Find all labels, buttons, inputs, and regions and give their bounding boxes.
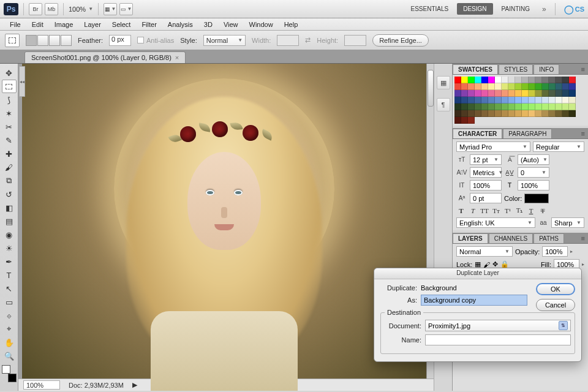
tool-lasso[interactable]: ⟆ <box>2 93 17 107</box>
tool-blur[interactable]: ◉ <box>2 228 17 241</box>
swatch[interactable] <box>569 77 576 83</box>
style-strike[interactable]: T <box>538 206 548 215</box>
character-menu-icon[interactable]: ≡ <box>578 129 588 138</box>
baseline-input[interactable]: 0 pt <box>470 193 502 203</box>
tool-stamp[interactable]: ⧉ <box>2 174 17 187</box>
swatch[interactable] <box>515 97 522 104</box>
swatch[interactable] <box>562 104 569 110</box>
swatch[interactable] <box>562 83 569 90</box>
document-select[interactable]: Proximity1.jpg ⇅ <box>425 320 571 331</box>
as-input[interactable]: Background copy <box>421 295 527 306</box>
swatch[interactable] <box>542 104 549 110</box>
swatch[interactable] <box>542 110 549 117</box>
menu-filter[interactable]: Filter <box>137 20 161 29</box>
swatches-menu-icon[interactable]: ≡ <box>578 64 588 74</box>
menu-3d[interactable]: 3D <box>199 20 217 29</box>
selmode-add[interactable] <box>37 35 48 46</box>
font-size-input[interactable]: 12 pt▼ <box>470 154 502 165</box>
tab-character[interactable]: CHARACTER <box>453 129 502 138</box>
tool-history-brush[interactable]: ↺ <box>2 187 17 201</box>
swatch[interactable] <box>569 104 576 110</box>
swatch[interactable] <box>454 90 461 97</box>
foreground-color[interactable] <box>2 365 10 374</box>
workspace-essentials[interactable]: ESSENTIALS <box>405 3 455 15</box>
swatch[interactable] <box>556 77 562 83</box>
language-select[interactable]: English: UK▼ <box>456 217 535 228</box>
swatch[interactable] <box>569 83 576 90</box>
menu-window[interactable]: Window <box>244 20 278 29</box>
swatch[interactable] <box>529 90 535 97</box>
swatch[interactable] <box>535 83 542 90</box>
tool-dodge[interactable]: ☀ <box>2 241 17 255</box>
swatch[interactable] <box>556 83 562 90</box>
menu-image[interactable]: Image <box>50 20 78 29</box>
tab-channels[interactable]: CHANNELS <box>489 233 533 243</box>
tool-crop[interactable]: ✂ <box>2 120 17 134</box>
swatch[interactable] <box>475 77 481 83</box>
swatch[interactable] <box>569 90 576 97</box>
swatch[interactable] <box>515 90 522 97</box>
swatch[interactable] <box>468 110 475 117</box>
tracking-input[interactable]: 0▼ <box>518 167 549 178</box>
swatch[interactable] <box>502 104 508 110</box>
tool-preset-button[interactable] <box>5 34 20 47</box>
swatch[interactable] <box>461 110 468 117</box>
swatch[interactable] <box>481 104 488 110</box>
style-super[interactable]: T¹ <box>503 206 513 215</box>
swatch[interactable] <box>556 104 562 110</box>
menu-edit[interactable]: Edit <box>27 20 48 29</box>
cancel-button[interactable]: Cancel <box>536 299 575 311</box>
swatch[interactable] <box>461 117 468 124</box>
lock-pixels-icon[interactable]: 🖌 <box>483 261 490 268</box>
tab-styles[interactable]: STYLES <box>499 64 533 74</box>
swatch[interactable] <box>556 90 562 97</box>
tool-brush[interactable]: 🖌 <box>2 160 17 174</box>
swatch[interactable] <box>522 77 529 83</box>
antialias-select[interactable]: Sharp▼ <box>551 217 584 228</box>
swatch[interactable] <box>475 104 481 110</box>
tool-gradient[interactable]: ▤ <box>2 214 17 228</box>
swatch[interactable] <box>468 104 475 110</box>
swatch[interactable] <box>475 83 481 90</box>
swatch[interactable] <box>495 97 502 104</box>
tab-swatches[interactable]: SWATCHES <box>453 64 498 74</box>
swatch[interactable] <box>562 97 569 104</box>
swatch[interactable] <box>481 110 488 117</box>
swatch[interactable] <box>502 110 508 117</box>
swatch[interactable] <box>515 83 522 90</box>
layers-menu-icon[interactable]: ≡ <box>578 233 588 243</box>
swatch[interactable] <box>522 90 529 97</box>
style-italic[interactable]: T <box>468 206 478 215</box>
tool-eraser[interactable]: ◧ <box>2 201 17 214</box>
tab-layers[interactable]: LAYERS <box>453 233 488 243</box>
swatch[interactable] <box>522 104 529 110</box>
leading-input[interactable]: (Auto)▼ <box>518 154 549 165</box>
style-select[interactable]: Normal▼ <box>203 35 246 46</box>
status-zoom-input[interactable]: 100% <box>23 380 60 390</box>
swatch[interactable] <box>542 97 549 104</box>
swatches-grid[interactable] <box>453 75 588 126</box>
document-canvas[interactable] <box>22 64 426 379</box>
swatch[interactable] <box>569 110 576 117</box>
menu-analysis[interactable]: Analysis <box>163 20 198 29</box>
style-underline[interactable]: T <box>526 206 536 215</box>
tool-type[interactable]: T <box>2 268 17 282</box>
tab-info[interactable]: INFO <box>533 64 559 74</box>
swatch[interactable] <box>495 104 502 110</box>
menu-select[interactable]: Select <box>107 20 136 29</box>
document-tab[interactable]: ScreenShot001.png @ 100% (Layer 0, RGB/8… <box>24 51 186 63</box>
swatch[interactable] <box>535 77 542 83</box>
swatch[interactable] <box>522 97 529 104</box>
swatch[interactable] <box>495 77 502 83</box>
workspace-design[interactable]: DESIGN <box>457 3 492 15</box>
swatch[interactable] <box>475 90 481 97</box>
style-smallcaps[interactable]: Tт <box>491 206 501 215</box>
swatch[interactable] <box>556 97 562 104</box>
swatch[interactable] <box>522 83 529 90</box>
opacity-input[interactable]: 100% <box>542 246 568 257</box>
menu-help[interactable]: Help <box>279 20 303 29</box>
swatch[interactable] <box>562 77 569 83</box>
menu-file[interactable]: File <box>5 20 26 29</box>
swatch[interactable] <box>468 83 475 90</box>
text-color-swatch[interactable] <box>524 194 549 203</box>
